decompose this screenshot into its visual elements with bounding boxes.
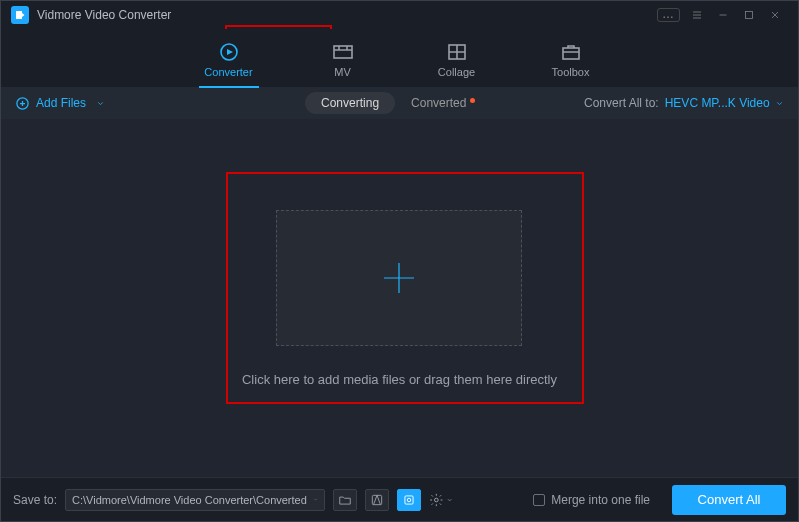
convert-all-to-label: Convert All to: bbox=[584, 96, 659, 110]
nav-label: Toolbox bbox=[552, 66, 590, 78]
nav-label: MV bbox=[334, 66, 351, 78]
save-to-path-text: C:\Vidmore\Vidmore Video Converter\Conve… bbox=[72, 494, 307, 506]
tab-converting[interactable]: Converting bbox=[305, 92, 395, 114]
open-folder-button[interactable] bbox=[333, 489, 357, 511]
svg-rect-0 bbox=[746, 12, 753, 19]
convert-all-to: Convert All to: HEVC MP...K Video bbox=[584, 96, 784, 110]
status-tabs: Converting Converted bbox=[305, 92, 491, 114]
dropzone-hint: Click here to add media files or drag th… bbox=[242, 372, 557, 387]
svg-point-9 bbox=[407, 498, 411, 502]
main-nav: Converter MV Collage Toolbox bbox=[1, 29, 798, 87]
settings-button[interactable] bbox=[429, 489, 453, 511]
add-files-label: Add Files bbox=[36, 96, 86, 110]
checkbox-icon bbox=[533, 494, 545, 506]
close-button[interactable] bbox=[762, 5, 788, 25]
plus-icon bbox=[375, 254, 423, 302]
svg-rect-8 bbox=[405, 495, 413, 503]
converter-icon bbox=[217, 40, 241, 64]
nav-collage[interactable]: Collage bbox=[422, 29, 492, 87]
save-to-label: Save to: bbox=[13, 493, 57, 507]
main-area: Click here to add media files or drag th… bbox=[1, 119, 798, 477]
tab-converted[interactable]: Converted bbox=[395, 92, 491, 114]
notification-dot-icon bbox=[470, 98, 475, 103]
add-media-dropzone[interactable] bbox=[276, 210, 522, 346]
nav-toolbox[interactable]: Toolbox bbox=[536, 29, 606, 87]
output-format-selector[interactable]: HEVC MP...K Video bbox=[665, 96, 784, 110]
hardware-accel-toggle[interactable] bbox=[397, 489, 421, 511]
collage-icon bbox=[445, 40, 469, 64]
dropzone-wrap: Click here to add media files or drag th… bbox=[242, 210, 557, 387]
chevron-down-icon bbox=[446, 496, 453, 504]
bottom-bar: Save to: C:\Vidmore\Vidmore Video Conver… bbox=[1, 477, 798, 521]
snapshot-button[interactable] bbox=[365, 489, 389, 511]
app-title: Vidmore Video Converter bbox=[37, 8, 171, 22]
add-files-button[interactable]: Add Files bbox=[15, 96, 105, 111]
toolbox-icon bbox=[559, 40, 583, 64]
chevron-down-icon bbox=[313, 495, 318, 504]
app-logo-icon bbox=[11, 6, 29, 24]
convert-all-button[interactable]: Convert All bbox=[672, 485, 786, 515]
merge-checkbox[interactable]: Merge into one file bbox=[533, 493, 650, 507]
chevron-down-icon bbox=[775, 99, 784, 108]
svg-rect-3 bbox=[334, 46, 352, 58]
merge-label: Merge into one file bbox=[551, 493, 650, 507]
app-window: Vidmore Video Converter … Converter MV C… bbox=[0, 0, 799, 522]
nav-label: Converter bbox=[204, 66, 252, 78]
menu-icon[interactable] bbox=[684, 5, 710, 25]
svg-rect-5 bbox=[563, 48, 579, 59]
svg-marker-2 bbox=[227, 49, 233, 55]
nav-label: Collage bbox=[438, 66, 475, 78]
action-bar: Add Files Converting Converted Convert A… bbox=[1, 87, 798, 119]
nav-converter[interactable]: Converter bbox=[194, 29, 264, 87]
svg-point-10 bbox=[435, 498, 439, 502]
minimize-button[interactable] bbox=[710, 5, 736, 25]
chevron-down-icon bbox=[96, 99, 105, 108]
titlebar: Vidmore Video Converter … bbox=[1, 1, 798, 29]
feedback-icon[interactable]: … bbox=[657, 8, 680, 22]
mv-icon bbox=[331, 40, 355, 64]
save-to-path-selector[interactable]: C:\Vidmore\Vidmore Video Converter\Conve… bbox=[65, 489, 325, 511]
maximize-button[interactable] bbox=[736, 5, 762, 25]
nav-mv[interactable]: MV bbox=[308, 29, 378, 87]
